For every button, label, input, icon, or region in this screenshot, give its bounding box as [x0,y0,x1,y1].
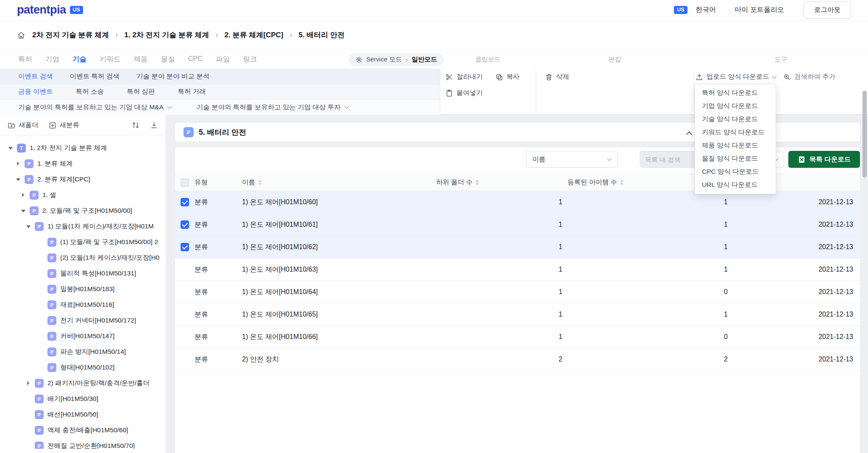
tree-node[interactable]: 재료[H01M50/116] [0,297,166,313]
collapse-all-icon[interactable] [150,121,158,129]
row-checkbox-cell[interactable] [175,198,195,206]
row-checkbox-cell[interactable] [175,355,195,364]
column-header-subfolders[interactable]: 하위 폴더 수 [436,178,568,187]
tree-node[interactable]: T 1. 2차 전지 기술 분류 체계 [0,140,166,156]
tree-node[interactable]: 2) 패키지/마운팅/랙/충격/운반/홀더 [0,375,166,391]
row-checkbox-cell[interactable] [175,220,195,229]
upload-template-menu-item[interactable]: 물질 양식 다운로드 [695,152,776,165]
sort-icon[interactable] [476,180,479,185]
finance-row-item[interactable]: 특허 소송 [76,87,104,96]
ribbon-tab[interactable]: 링크 [243,55,257,64]
upload-template-menu-item[interactable]: 키워드 양식 다운로드 [695,126,776,139]
ribbon-tab[interactable]: 기업 [45,55,59,64]
tree-expand-icon[interactable] [8,146,13,150]
new-category-button[interactable]: 새분류 [49,121,80,130]
tree-node[interactable]: (2) 모듈(1차 케이스)/재킷/포장[H0 [0,250,166,266]
row-checkbox[interactable] [181,198,189,206]
breadcrumb-item[interactable]: 2. 분류 체계[CPC] [209,30,284,40]
column-select[interactable]: 이름 [526,151,618,168]
ribbon-tab[interactable]: CPC [188,55,203,64]
upload-template-menu-item[interactable]: 특허 양식 다운로드 [695,86,776,100]
tree-expand-icon[interactable] [21,208,26,213]
upload-template-menu-item[interactable]: 기업 양식 다운로드 [695,100,776,113]
tree-expand-icon[interactable] [16,161,21,166]
scope-row-item[interactable]: 기술 분야의 특허를 보유하고 있는 기업 대상 M&A [18,103,171,112]
finance-row-item[interactable]: 금융 이벤트 [18,87,53,96]
table-row[interactable]: 분류 1) 온도 제어[H01M10/66] 1 0 2021-12-13 [175,326,860,348]
tree-node[interactable]: 1) 모듈(1차 케이스)/재킷/포장[H01M [0,219,166,234]
tree-node[interactable]: 배기[H01M50/30] [0,391,166,407]
ribbon-tab[interactable]: 제품 [134,55,148,64]
tree-node[interactable]: 1. 셀 [0,187,166,203]
select-all-checkbox[interactable] [181,178,189,187]
tree-node[interactable]: (1) 모듈/팩 및 구조[H01M50/00] 2 [0,234,166,250]
tree-node[interactable]: 2. 분류 체계[CPC] [0,172,166,187]
tree-node[interactable]: 밀봉[H01M50/183] [0,281,166,297]
tree-node[interactable]: 2. 모듈/팩 및 구조[H01M50/00] [0,203,166,219]
upload-template-menu-item[interactable]: 기술 양식 다운로드 [695,113,776,126]
sort-tree-icon[interactable] [132,121,140,129]
tree-node[interactable]: 전기 커넥터[H01M50/172] [0,313,166,328]
tree-expand-icon[interactable] [21,193,26,197]
event-row-item[interactable]: 이벤트 검색 [18,72,53,81]
ribbon-tab[interactable]: 파일 [216,55,230,64]
my-portfolio-link[interactable]: 마이 포트폴리오 [735,6,784,14]
tree-node[interactable]: 배선[H01M50/50] [0,407,166,422]
column-header-name[interactable]: 이름 [242,178,436,187]
finance-row-item[interactable]: 특허 심판 [127,87,155,96]
ribbon-tab[interactable]: 물질 [161,55,175,64]
breadcrumb-item[interactable]: 1. 2차 전지 기술 분류 체계 [109,30,209,40]
copy-button[interactable]: 복사 [495,72,520,81]
tree-node[interactable]: 파손 방지[H01M50/14] [0,344,166,360]
search-add-button[interactable]: 검색하여 추가 [783,72,835,81]
tree-node[interactable]: 액체 충전/배출[H01M50/60] [0,422,166,438]
home-icon[interactable] [17,31,25,39]
ribbon-tab[interactable]: 특허 [18,55,32,64]
row-checkbox[interactable] [181,220,189,229]
event-row-item[interactable]: 기술 분야 분야 비교 분석 [136,72,209,81]
tree-expand-icon[interactable] [16,177,21,182]
tree-node[interactable]: 커버[H01M50/147] [0,328,166,344]
tree-node[interactable]: 물리적 특성[H01M50/131] [0,266,166,281]
cut-button[interactable]: 잘라내기 [445,72,483,81]
table-row[interactable]: 분류 1) 온도 제어[H01M10/62] 1 1 2021-12-13 [175,236,860,258]
service-mode-pill[interactable]: Service 모드 › 일반모드 [349,53,444,66]
new-folder-button[interactable]: 새폴더 [8,121,39,130]
table-row[interactable]: 분류 1) 온도 제어[H01M10/60] 1 1 2021-12-13 [175,191,860,214]
logo[interactable]: patentpia [17,3,66,17]
row-checkbox-cell[interactable] [175,310,195,319]
tree-node[interactable]: 형태[H01M50/102] [0,360,166,375]
row-checkbox-cell[interactable] [175,288,195,296]
upload-template-menu-item[interactable]: 제품 양식 다운로드 [695,139,776,152]
sort-icon[interactable] [258,180,262,185]
table-row[interactable]: 분류 1) 온도 제어[H01M10/64] 1 0 2021-12-13 [175,281,860,303]
upload-template-button[interactable]: 업로드 양식 다운로드 [696,72,776,81]
tree-node[interactable]: 1. 분류 체계 [0,156,166,172]
scope-row-item[interactable]: 기술 분야의 특허를 보유하고 있는 기업 대상 투자 [197,103,348,112]
table-row[interactable]: 분류 1) 온도 제어[H01M10/61] 1 1 2021-12-13 [175,214,860,236]
row-checkbox[interactable] [181,243,189,251]
table-row[interactable]: 분류 1) 온도 제어[H01M10/65] 1 1 2021-12-13 [175,303,860,326]
delete-button[interactable]: 삭제 [545,72,569,81]
row-checkbox-cell[interactable] [175,243,195,251]
upload-template-menu-item[interactable]: URL 양식 다운로드 [695,178,776,192]
paste-button[interactable]: 붙여넣기 [445,89,483,97]
breadcrumb-item[interactable]: 5. 배터리 안전 [283,30,345,40]
ribbon-tab[interactable]: 기술 [72,55,86,64]
upload-template-menu-item[interactable]: CPC 양식 다운로드 [695,165,776,178]
table-row[interactable]: 분류 1) 온도 제어[H01M10/63] 1 1 2021-12-13 [175,258,860,281]
row-checkbox-cell[interactable] [175,265,195,274]
tree-node[interactable]: 전해질 교반/순환[H01M50/70] [0,438,166,449]
ribbon-tab[interactable]: 키워드 [100,55,121,64]
language-selector[interactable]: 한국어 [696,6,716,14]
tree-expand-icon[interactable] [26,381,31,386]
sort-icon[interactable] [620,180,623,185]
download-list-button[interactable]: 목록 다운로드 [788,151,860,168]
tree-expand-icon[interactable] [26,224,31,229]
collapse-panel-icon[interactable] [687,131,692,136]
breadcrumb-item[interactable]: 2차 전지 기술 분류 체계 [32,30,109,40]
logout-button[interactable]: 로그아웃 [804,1,851,19]
scrollbar-thumb[interactable] [862,91,867,178]
event-row-item[interactable]: 이벤트 특허 검색 [70,72,120,81]
finance-row-item[interactable]: 특허 거래 [178,87,206,96]
